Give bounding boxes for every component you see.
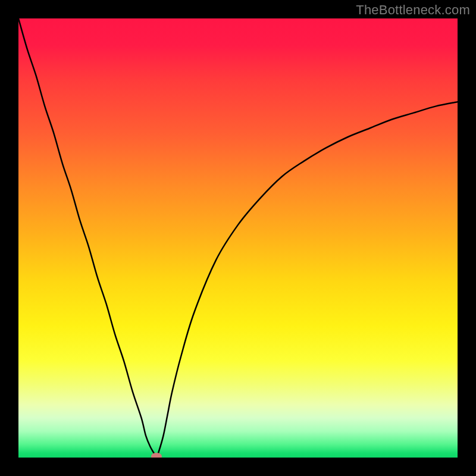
optimal-point-marker — [151, 453, 162, 458]
bottleneck-curve — [18, 18, 458, 458]
watermark-text: TheBottleneck.com — [356, 2, 470, 18]
chart-frame: TheBottleneck.com — [0, 0, 476, 476]
plot-area — [18, 18, 458, 458]
